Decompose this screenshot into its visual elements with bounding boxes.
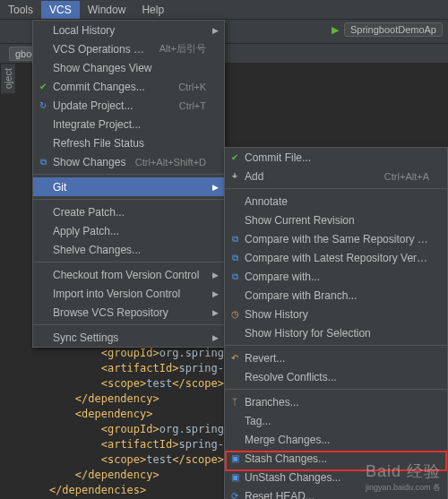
show-changes-view-item[interactable]: Show Changes View	[33, 58, 224, 77]
show-changes-item[interactable]: ⧉Show ChangesCtrl+Alt+Shift+D	[33, 152, 224, 171]
compare-latest-repo-item[interactable]: ⧉Compare with Latest Repository Version	[225, 248, 447, 267]
diff-icon: ⧉	[37, 157, 49, 168]
annotate-item[interactable]: Annotate	[225, 192, 447, 211]
menu-separator	[225, 345, 447, 346]
browse-repo-item[interactable]: Browse VCS Repository▶	[33, 303, 224, 322]
compare-same-repo-item[interactable]: ⧉Compare with the Same Repository Versio…	[225, 229, 447, 248]
commit-file-item[interactable]: ✔Commit File...	[225, 148, 447, 167]
commit-icon: ✔	[37, 82, 49, 91]
tools-menu[interactable]: Tools	[0, 1, 41, 19]
menu-bar: Tools VCS Window Help	[0, 0, 448, 20]
watermark-url: jingyan.baidu.com 各	[366, 482, 441, 494]
menu-separator	[225, 389, 447, 390]
update-project-item[interactable]: ↻Update Project...Ctrl+T	[33, 96, 224, 115]
clock-icon: ◷	[228, 309, 241, 319]
commit-icon: ✔	[228, 152, 241, 162]
git-submenu: ✔Commit File... +AddCtrl+Alt+A Annotate …	[224, 147, 448, 499]
vcs-menu[interactable]: VCS	[41, 1, 80, 19]
refresh-file-status-item[interactable]: Refresh File Status	[33, 133, 224, 152]
stash-icon: ▣	[228, 453, 241, 463]
vcs-dropdown: Local History▶ VCS Operations Popup...Al…	[32, 20, 225, 348]
compare-icon: ⧉	[228, 253, 241, 263]
checkout-vc-item[interactable]: Checkout from Version Control▶	[33, 265, 224, 284]
import-vc-item[interactable]: Import into Version Control▶	[33, 284, 224, 303]
menu-separator	[33, 174, 224, 175]
show-history-item[interactable]: ◷Show History	[225, 305, 447, 323]
watermark: Baid 经验 jingyan.baidu.com 各	[366, 460, 441, 494]
help-menu[interactable]: Help	[134, 1, 172, 19]
menu-separator	[33, 262, 224, 262]
resolve-conflicts-item[interactable]: Resolve Conflicts...	[225, 367, 447, 386]
shelve-changes-item[interactable]: Shelve Changes...	[33, 240, 224, 259]
compare-icon: ⧉	[228, 234, 241, 245]
menu-separator	[33, 324, 224, 325]
branch-icon: ᛉ	[228, 397, 241, 407]
revert-icon: ↶	[228, 353, 241, 363]
watermark-text: Baid 经验	[366, 462, 441, 480]
local-history-item[interactable]: Local History▶	[33, 21, 224, 39]
create-patch-item[interactable]: Create Patch...	[33, 202, 224, 221]
tag-item[interactable]: Tag...	[225, 411, 447, 430]
window-menu[interactable]: Window	[80, 1, 134, 19]
show-current-revision-item[interactable]: Show Current Revision	[225, 211, 447, 229]
unstash-icon: ▣	[228, 472, 241, 482]
revert-item[interactable]: ↶Revert...	[225, 348, 447, 367]
branches-item[interactable]: ᛉBranches...	[225, 392, 447, 411]
run-config-selector[interactable]: SpringbootDemoAp	[344, 22, 443, 37]
compare-icon: ⧉	[228, 271, 241, 282]
menu-separator	[33, 199, 224, 200]
show-history-selection-item[interactable]: Show History for Selection	[225, 323, 447, 342]
reset-icon: ⟳	[228, 491, 241, 499]
menu-separator	[225, 188, 447, 189]
add-item[interactable]: +AddCtrl+Alt+A	[225, 167, 447, 185]
commit-changes-item[interactable]: ✔Commit Changes...Ctrl+K	[33, 77, 224, 96]
update-icon: ↻	[37, 100, 49, 110]
sync-settings-item[interactable]: Sync Settings▶	[33, 328, 224, 347]
apply-patch-item[interactable]: Apply Patch...	[33, 221, 224, 240]
plus-icon: +	[228, 171, 241, 181]
compare-with-item[interactable]: ⧉Compare with...	[225, 267, 447, 286]
vcs-operations-popup-item[interactable]: VCS Operations Popup...Alt+后引号	[33, 39, 224, 58]
git-submenu-item[interactable]: Git▶	[33, 177, 224, 196]
run-icon[interactable]: ▶	[332, 24, 339, 36]
integrate-project-item[interactable]: Integrate Project...	[33, 115, 224, 133]
merge-changes-item[interactable]: Merge Changes...	[225, 430, 447, 449]
compare-branch-item[interactable]: Compare with Branch...	[225, 286, 447, 305]
